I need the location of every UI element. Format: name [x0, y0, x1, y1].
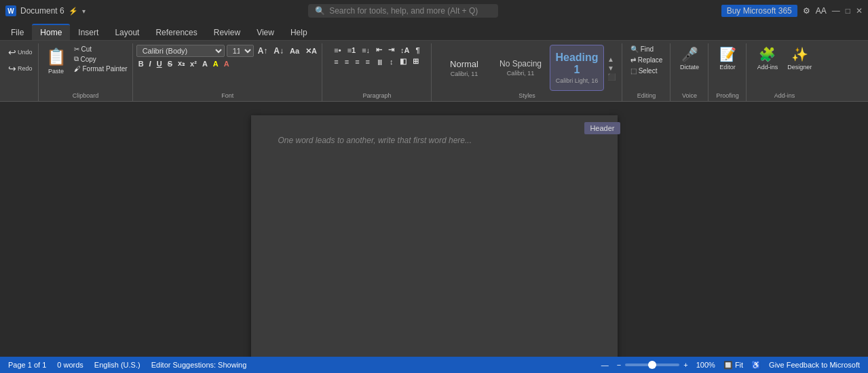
increase-font-button[interactable]: A↑ [256, 45, 270, 56]
addins-label: Add-ins [750, 91, 819, 101]
num-list-button[interactable]: ≡1 [345, 45, 358, 55]
title-bar-right: Buy Microsoft 365 ⚙ AA — □ ✕ [721, 5, 863, 17]
change-case-button[interactable]: Aa [288, 46, 301, 56]
superscript-button[interactable]: x² [188, 59, 199, 68]
undo-button[interactable]: ↩ Undo [5, 45, 35, 60]
multilevel-list-button[interactable]: ≡↓ [360, 45, 372, 55]
column-button[interactable]: ⫼ [374, 57, 385, 66]
minimize-status-icon[interactable]: — [601, 361, 609, 369]
document-placeholder[interactable]: One word leads to another, write that fi… [278, 136, 472, 145]
font-family-select[interactable]: Calibri (Body) [136, 45, 225, 57]
tab-help[interactable]: Help [282, 25, 316, 40]
tab-insert[interactable]: Insert [70, 25, 107, 40]
justify-button[interactable]: ≡ [364, 57, 372, 66]
bold-button[interactable]: B [136, 59, 146, 68]
font-color-button[interactable]: A [222, 59, 231, 68]
copy-button[interactable]: ⧉ Copy [72, 54, 130, 64]
search-icon: 🔍 [315, 6, 325, 16]
styles-up-arrow[interactable]: ▲ [607, 56, 616, 63]
decrease-indent-button[interactable]: ⇤ [374, 45, 384, 55]
italic-button[interactable]: I [147, 59, 153, 68]
border-button[interactable]: ⊞ [411, 56, 421, 66]
align-left-button[interactable]: ≡ [332, 57, 340, 66]
tab-references[interactable]: References [147, 25, 205, 40]
zoom-thumb[interactable] [648, 361, 656, 369]
redo-button[interactable]: ↪ Redo [5, 61, 35, 76]
style-nospace-preview: No Spacing [499, 59, 542, 68]
editor-suggestions[interactable]: Editor Suggestions: Showing [151, 361, 247, 369]
align-right-button[interactable]: ≡ [353, 57, 361, 66]
tab-layout[interactable]: Layout [107, 25, 147, 40]
tab-file[interactable]: File [3, 25, 32, 40]
shading-button[interactable]: ◧ [398, 56, 409, 66]
minimize-icon[interactable]: — [832, 6, 840, 16]
styles-down-arrow[interactable]: ▼ [607, 64, 616, 72]
align-center-button[interactable]: ≡ [343, 57, 351, 66]
buy-ms365-button[interactable]: Buy Microsoft 365 [721, 5, 797, 17]
undo-icon: ↩ [8, 47, 16, 58]
editor-button[interactable]: 📝 Editor [717, 45, 739, 72]
page-content[interactable]: One word leads to another, write that fi… [251, 115, 618, 165]
find-button[interactable]: 🔍 Find [628, 45, 656, 54]
increase-indent-button[interactable]: ⇥ [386, 45, 396, 55]
editor-label: Editor [719, 64, 736, 71]
zoom-slider[interactable] [625, 364, 679, 366]
text-effects-button[interactable]: A [200, 59, 210, 68]
paragraph-controls: ≡• ≡1 ≡↓ ⇤ ⇥ ↕A ¶ ≡ ≡ ≡ ≡ ⫼ ↕ ◧ ⊞ [332, 45, 421, 66]
underline-button[interactable]: U [155, 59, 164, 68]
style-no-spacing[interactable]: No Spacing Calibri, 11 [493, 45, 548, 91]
language[interactable]: English (U.S.) [94, 361, 140, 369]
cut-button[interactable]: ✂ Cut [72, 45, 130, 54]
feedback-button[interactable]: Give Feedback to Microsoft [769, 361, 860, 369]
select-button[interactable]: ⬚ Select [628, 66, 660, 75]
tab-view[interactable]: View [248, 25, 282, 40]
close-icon[interactable]: ✕ [856, 6, 863, 16]
account-icon[interactable]: AA [816, 6, 827, 16]
settings-icon[interactable]: ⚙ [803, 6, 810, 16]
font-size-select[interactable]: 11 [227, 45, 254, 57]
show-marks-button[interactable]: ¶ [414, 45, 422, 55]
sort-button[interactable]: ↕A [398, 45, 411, 55]
styles-arrow[interactable]: ▲ ▼ ⬛ [606, 54, 617, 82]
ribbon-group-editing: 🔍 Find ⇄ Replace ⬚ Select Editing [623, 43, 671, 101]
dictate-button[interactable]: 🎤 Dictate [677, 45, 702, 72]
header-label: Header [584, 122, 620, 134]
find-icon: 🔍 [630, 45, 639, 53]
style-normal[interactable]: Normal Calibri, 11 [437, 45, 491, 91]
editing-label: Editing [626, 91, 667, 101]
strikethrough-button[interactable]: S [166, 59, 174, 68]
clear-format-button[interactable]: ✕A [303, 46, 319, 56]
zoom-out-icon[interactable]: − [617, 361, 621, 369]
paste-button[interactable]: 📋 Paste [42, 45, 71, 77]
tab-home[interactable]: Home [32, 24, 70, 40]
add-ins-button[interactable]: 🧩 Add-ins [755, 45, 781, 72]
zoom-control[interactable]: − + [617, 361, 688, 369]
fit-button[interactable]: 🔲 Fit [723, 361, 743, 370]
style-heading1[interactable]: Heading 1 Calibri Light, 16 [550, 45, 604, 91]
replace-button[interactable]: ⇄ Replace [628, 56, 665, 64]
restore-icon[interactable]: □ [846, 6, 850, 16]
subscript-button[interactable]: x₂ [176, 58, 187, 68]
ribbon-group-font: Calibri (Body) 11 A↑ A↓ Aa ✕A B I U S x₂ [134, 43, 322, 101]
decrease-font-button[interactable]: A↓ [271, 45, 286, 56]
cut-icon: ✂ [74, 45, 79, 53]
ribbon-group-voice: 🎤 Dictate Voice [671, 43, 709, 101]
page[interactable]: Header One word leads to another, write … [251, 115, 618, 357]
bullet-list-button[interactable]: ≡• [332, 45, 343, 55]
status-right: — − + 100% 🔲 Fit ♿ Give Feedback to Micr… [601, 361, 860, 370]
accessibility-icon[interactable]: ♿ [751, 361, 761, 370]
format-painter-button[interactable]: 🖌 Format Painter [72, 64, 130, 73]
tab-review[interactable]: Review [206, 25, 248, 40]
app-icon: W [5, 5, 16, 16]
designer-button[interactable]: ✨ Designer [785, 45, 814, 72]
status-bar: Page 1 of 1 0 words English (U.S.) Edito… [0, 357, 868, 373]
copy-label: Copy [81, 56, 96, 63]
zoom-in-icon[interactable]: + [683, 361, 687, 369]
line-spacing-button[interactable]: ↕ [388, 57, 396, 66]
highlight-button[interactable]: A [211, 59, 221, 68]
copy-icon: ⧉ [74, 55, 79, 63]
styles-expand-arrow[interactable]: ⬛ [607, 73, 616, 81]
search-bar[interactable]: 🔍 Search for tools, help, and more (Alt … [308, 4, 498, 18]
ribbon-group-undo: ↩ Undo ↪ Redo [3, 43, 39, 101]
undo-group-label [5, 98, 35, 101]
